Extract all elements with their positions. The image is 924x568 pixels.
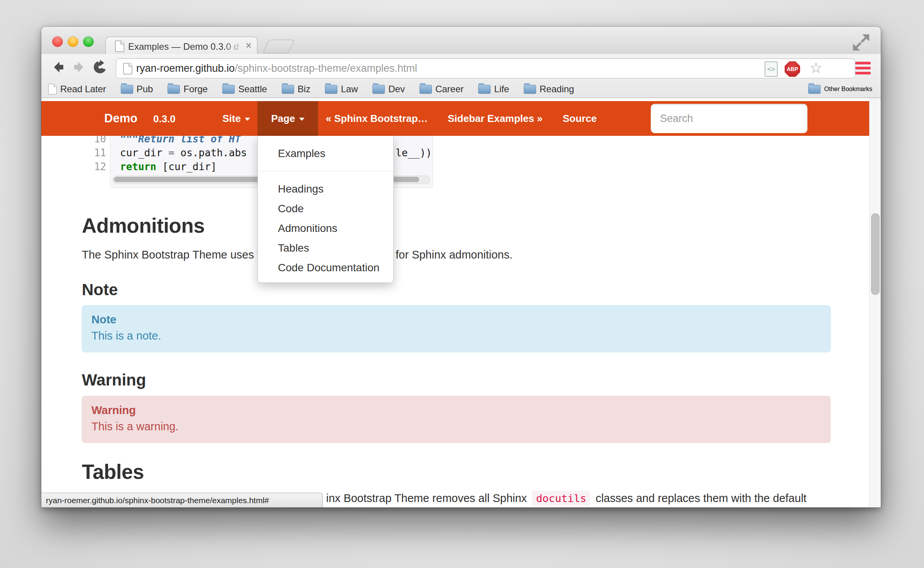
chevron-down-icon [299,118,305,121]
bookmark-folder-career[interactable]: Career [420,84,464,95]
page-dropdown-menu: Examples Headings Code Admonitions Table… [257,136,394,283]
menu-item-code-documentation[interactable]: Code Documentation [258,258,393,277]
bookmark-star-icon[interactable]: ☆ [809,59,822,76]
code-line-12: return [cur_dir] [120,161,217,172]
bookmark-folder-dev[interactable]: Dev [372,84,405,95]
navbar-version: 0.3.0 [153,101,176,136]
bookmark-label: Dev [388,84,405,95]
navbar-brand[interactable]: Demo [104,101,137,136]
page-vertical-scrollbar[interactable] [869,98,881,507]
folder-icon [372,85,385,94]
tab-close-icon[interactable]: × [245,40,252,51]
code-line-numbers: 10 11 12 [78,132,106,174]
folder-icon [222,85,235,94]
bookmark-folder-pub[interactable]: Pub [121,84,153,95]
warning-alert-title: Warning [91,402,821,418]
bookmark-folder-biz[interactable]: Biz [282,84,310,95]
browser-window: Examples — Demo 0.3.0 d × [41,27,881,507]
bookmarks-bar: Read Later Pub Forge Seattle Biz Law Dev… [41,81,881,98]
tables-heading: Tables [82,460,144,484]
page-icon [123,63,132,74]
note-alert-title: Note [91,312,821,327]
menu-item-code[interactable]: Code [258,199,393,218]
fullscreen-icon[interactable] [852,34,870,51]
minimize-window-button[interactable] [68,36,78,47]
tables-text-pre: inx Bootstrap Theme removes all Sphinx [326,492,527,505]
page-viewport: 10 11 12 """Return list of HT cur_dir = … [41,98,881,507]
folder-icon [121,85,133,94]
search-input[interactable] [651,104,807,133]
bookmark-label: Life [494,84,509,95]
bookmark-folder-reading[interactable]: Reading [524,84,574,95]
bookmark-label: Law [341,84,358,95]
bookmark-folder-life[interactable]: Life [478,84,509,95]
folder-icon [808,85,821,94]
menu-item-admonitions[interactable]: Admonitions [258,218,393,238]
tables-text-post: classes and replaces them with the defau… [596,492,806,505]
docutils-inline-code: docutils [532,491,590,506]
window-titlebar: Examples — Demo 0.3.0 d × [41,27,881,54]
page-scrollbar-thumb[interactable] [871,213,880,295]
browser-toolbar: ryan-roemer.github.io/sphinx-bootstrap-t… [41,54,881,98]
nav-item-page[interactable]: Page [257,101,318,136]
nav-item-sphinx-bootstrap[interactable]: « Sphinx Bootstrap… [326,101,428,136]
nav-item-site[interactable]: Site [215,101,257,136]
url-path: /sphinx-bootstrap-theme/examples.html [235,63,417,74]
url-text[interactable]: ryan-roemer.github.io/sphinx-bootstrap-t… [136,63,417,74]
folder-icon [420,85,432,94]
bookmark-label: Biz [298,84,310,95]
view-source-extension-icon[interactable]: <> [765,61,778,77]
warning-alert-body: This is a warning. [91,418,821,435]
note-alert-box: Note This is a note. [82,305,831,352]
bookmark-label: Read Later [60,84,106,95]
adblock-extension-icon[interactable]: ABP [785,61,800,77]
new-tab-button[interactable] [262,40,294,53]
nav-item-source[interactable]: Source [563,101,597,136]
bookmark-folder-forge[interactable]: Forge [168,84,208,95]
tab-favicon-icon [115,41,124,52]
forward-button[interactable] [72,59,87,75]
bookmark-label: Career [435,84,464,95]
bookmark-read-later[interactable]: Read Later [48,84,106,95]
code-line-11-left: cur_dir = os.path.abs [120,147,247,158]
browser-tab[interactable]: Examples — Demo 0.3.0 d × [105,37,257,55]
menu-item-tables[interactable]: Tables [258,238,393,258]
note-heading: Note [82,281,118,299]
tables-paragraph-fragment: inx Bootstrap Theme removes all Sphinx d… [326,491,807,506]
menu-item-headings[interactable]: Headings [258,179,393,199]
admonitions-intro-right: for Sphinx admonitions. [396,248,513,262]
menu-divider [258,171,393,171]
admonitions-heading: Admonitions [82,214,205,238]
code-line-11-right: le__)) [396,147,432,158]
folder-icon [325,85,337,94]
menu-item-examples[interactable]: Examples [258,144,393,163]
folder-icon [282,85,294,94]
warning-heading: Warning [82,371,146,389]
note-alert-body: This is a note. [91,327,821,344]
bookmark-label: Seattle [238,84,267,95]
chrome-menu-icon[interactable] [855,62,871,75]
bookmark-folder-seattle[interactable]: Seattle [222,84,267,95]
other-bookmarks-button[interactable]: Other Bookmarks [808,81,872,98]
status-bar-link-preview: ryan-roemer.github.io/sphinx-bootstrap-t… [41,493,323,507]
admonitions-intro-left: The Sphinx Bootstrap Theme uses th [82,248,266,262]
folder-icon [524,85,536,94]
folder-icon [478,85,491,94]
tab-title: Examples — Demo 0.3.0 d [128,41,244,52]
warning-alert-box: Warning This is a warning. [82,396,831,443]
bookmark-label: Pub [137,84,153,95]
site-navbar: Demo 0.3.0 Site Page « Sphinx Bootstrap…… [41,101,869,136]
other-bookmarks-label: Other Bookmarks [824,86,872,93]
bookmark-label: Reading [540,84,574,95]
bookmark-page-icon [48,84,57,95]
url-host: ryan-roemer.github.io [136,63,235,74]
bookmark-folder-law[interactable]: Law [325,84,358,95]
close-window-button[interactable] [52,36,63,47]
zoom-window-button[interactable] [83,36,94,47]
back-button[interactable] [50,59,66,75]
address-bar[interactable]: ryan-roemer.github.io/sphinx-bootstrap-t… [116,58,855,78]
nav-item-sidebar-examples[interactable]: Sidebar Examples » [448,101,543,136]
chevron-down-icon [245,118,250,121]
lineno-12: 12 [78,160,106,174]
reload-button[interactable] [92,59,108,75]
